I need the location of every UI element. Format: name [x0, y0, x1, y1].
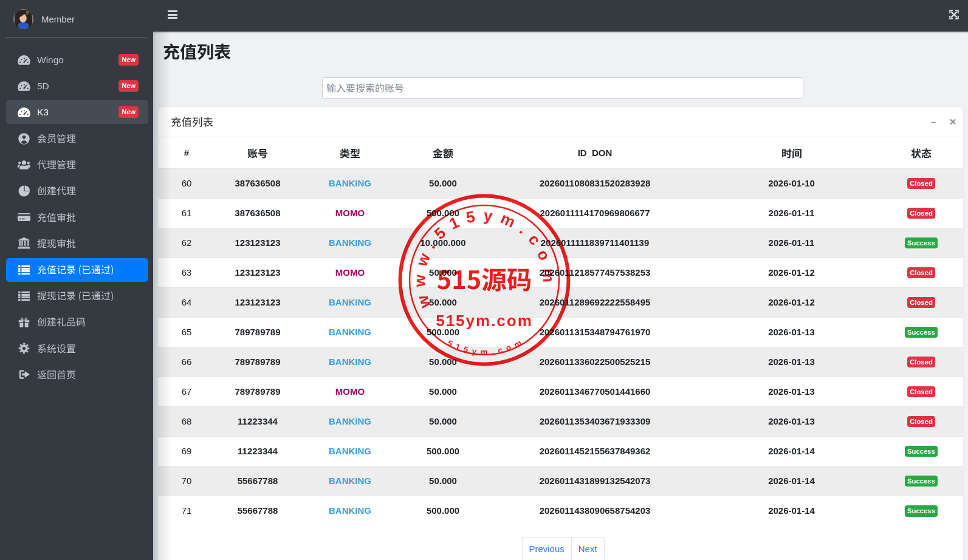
- svg-text:515ym.com: 515ym.com: [446, 336, 527, 357]
- svg-text:515ym.com: 515ym.com: [436, 312, 533, 330]
- svg-text:www.515ym.com: www.515ym.com: [410, 206, 558, 311]
